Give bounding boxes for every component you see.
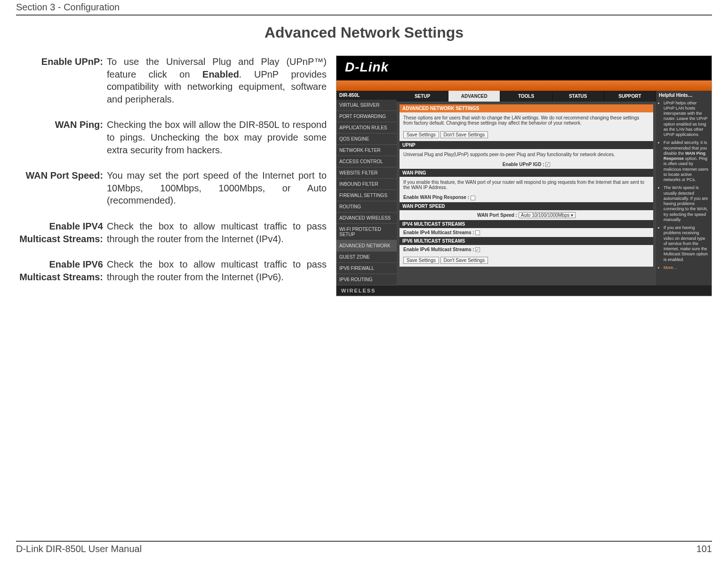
def-desc-ipv4: Check the box to allow multicast traffic… (107, 220, 327, 245)
def-desc-wanping: Checking the box will allow the DIR-850L… (107, 119, 327, 156)
dont-save-settings-button-top[interactable]: Don't Save Settings (440, 131, 488, 138)
ipv6m-bar: IPV6 MULTICAST STREAMS (400, 237, 653, 245)
fig-panel: ADVANCED NETWORK SETTINGS These options … (400, 104, 653, 267)
fig-tabs: SETUP ADVANCED TOOLS STATUS SUPPORT (397, 91, 656, 102)
sidebar-item-port-forwarding[interactable]: PORT FORWARDING (336, 111, 397, 122)
support-hints: UPnP helps other UPnP LAN hosts interope… (659, 101, 709, 271)
wanport-field-label: WAN Port Speed : (477, 213, 517, 218)
sidebar-item-inbound-filter[interactable]: INBOUND FILTER (336, 179, 397, 190)
def-label-wanportspeed: WAN Port Speed: (16, 169, 103, 207)
tab-support[interactable]: SUPPORT (604, 91, 656, 102)
support-more-link[interactable]: More… (664, 265, 709, 270)
ipv6m-field-row: Enable IPv6 Multicast Streams : ✓ (400, 245, 653, 254)
support-heading: Helpful Hints… (659, 93, 709, 99)
def-desc-ipv6: Check the box to allow multicast traffic… (107, 258, 327, 283)
brand-logo: D-Link (345, 60, 389, 75)
sidebar-item-ipv6-routing[interactable]: IPV6 ROUTING (336, 274, 397, 285)
upnp-field-row: Enable UPnP IGD : ✓ (400, 160, 653, 169)
sidebar-item-guest-zone[interactable]: GUEST ZONE (336, 252, 397, 263)
ipv4m-checkbox[interactable] (475, 230, 480, 235)
tab-status[interactable]: STATUS (552, 91, 604, 102)
panel-top-buttons: Save Settings Don't Save Settings (400, 128, 653, 141)
sidebar-item-virtual-server[interactable]: VIRTUAL SERVER (336, 100, 397, 111)
fig-header: D-Link (336, 56, 712, 80)
upnp-field-label: Enable UPnP IGD : (503, 162, 544, 167)
sidebar-item-access-control[interactable]: ACCESS CONTROL (336, 156, 397, 167)
ipv6m-field-label: Enable IPv6 Multicast Streams : (403, 247, 474, 252)
wanport-speed-value: Auto 10/100/1000Mbps (521, 213, 569, 218)
def-label-ipv4: Enable IPV4 Multicast Streams: (16, 220, 103, 245)
save-settings-button-top[interactable]: Save Settings (403, 131, 439, 138)
hint-upnp: UPnP helps other UPnP LAN hosts interope… (664, 101, 709, 138)
wanport-speed-select[interactable]: Auto 10/100/1000Mbps ▾ (519, 212, 576, 218)
def-label-ipv6: Enable IPV6 Multicast Streams: (16, 258, 103, 283)
fig-support: Helpful Hints… UPnP helps other UPnP LAN… (656, 91, 712, 285)
def-desc-upnp: To use the Universal Plug and Play (UPnP… (107, 55, 327, 105)
def-label-wanping: WAN Ping: (16, 119, 103, 156)
wireless-footer: WIRELESS (336, 285, 712, 296)
ipv6m-checkbox[interactable]: ✓ (475, 247, 480, 252)
panel-heading: ADVANCED NETWORK SETTINGS (400, 104, 653, 112)
wanport-field-row: WAN Port Speed : Auto 10/100/1000Mbps ▾ (400, 210, 653, 220)
sidebar-item-advanced-wireless[interactable]: ADVANCED WIRELESS (336, 213, 397, 224)
wanport-bar: WAN PORT SPEED (400, 202, 653, 210)
footer-manual: D-Link DIR-850L User Manual (16, 544, 142, 554)
sidebar-item-qos-engine[interactable]: QOS ENGINE (336, 134, 397, 145)
page-title: Advanced Network Settings (16, 24, 712, 41)
tab-advanced[interactable]: ADVANCED (448, 91, 500, 102)
ipv4m-field-label: Enable IPv4 Multicast Streams : (403, 230, 474, 235)
wanping-field-label: Enable WAN Ping Response : (403, 195, 469, 200)
dont-save-settings-button-bottom[interactable]: Don't Save Settings (440, 257, 488, 264)
sidebar-item-wps[interactable]: WI-FI PROTECTED SETUP (336, 224, 397, 240)
rule-bottom (16, 541, 712, 542)
ipv4m-field-row: Enable IPv4 Multicast Streams : (400, 228, 653, 237)
sidebar-item-advanced-network[interactable]: ADVANCED NETWORK (336, 240, 397, 252)
panel-bottom-buttons: Save Settings Don't Save Settings (400, 254, 653, 267)
sidebar-item-ipv6-firewall[interactable]: IPV6 FIREWALL (336, 263, 397, 274)
definitions: Enable UPnP: To use the Universal Plug a… (16, 55, 327, 283)
def-label-upnp: Enable UPnP: (16, 55, 103, 105)
wanping-checkbox[interactable] (471, 196, 475, 200)
sidebar-item-firewall-settings[interactable]: FIREWALL SETTINGS (336, 190, 397, 201)
hint-wanping: For added security, it is recommended th… (664, 140, 709, 182)
sidebar-item-routing[interactable]: ROUTING (336, 201, 397, 213)
save-settings-button-bottom[interactable]: Save Settings (403, 257, 439, 264)
fig-center: SETUP ADVANCED TOOLS STATUS SUPPORT ADVA… (397, 91, 656, 285)
wanping-bar: WAN PING (400, 169, 653, 177)
panel-intro: These options are for users that wish to… (400, 112, 653, 128)
def-desc-wanportspeed: You may set the port speed of the Intern… (107, 169, 327, 207)
upnp-bar: UPNP (400, 141, 653, 149)
sidebar-item-application-rules[interactable]: APPLICATION RULES (336, 122, 397, 134)
footer-page: 101 (696, 544, 712, 554)
section-header: Section 3 - Configuration (16, 0, 712, 13)
rule-top (16, 15, 712, 16)
upnp-text: Universal Plug and Play(UPnP) supports p… (400, 149, 653, 160)
sidebar-item-website-filter[interactable]: WEBSITE FILTER (336, 167, 397, 179)
hint-multicast: If you are having problems receiving vid… (664, 225, 709, 262)
ipv4m-bar: IPV4 MULTICAST STREAMS (400, 220, 653, 228)
fig-band (336, 80, 712, 91)
upnp-checkbox[interactable]: ✓ (545, 162, 550, 167)
router-ui-screenshot: D-Link DIR-850L VIRTUAL SERVER PORT FORW… (336, 55, 712, 296)
tab-setup[interactable]: SETUP (397, 91, 448, 102)
wanping-field-row: Enable WAN Ping Response : (400, 193, 653, 202)
def-desc-upnp-bold: Enabled (202, 69, 239, 79)
wanping-text: If you enable this feature, the WAN port… (400, 177, 653, 193)
fig-sidebar: DIR-850L VIRTUAL SERVER PORT FORWARDING … (336, 91, 397, 285)
model-label: DIR-850L (336, 91, 397, 100)
hint-wanspeed: The WAN speed is usually detected automa… (664, 185, 709, 222)
sidebar-item-network-filter[interactable]: NETWORK FILTER (336, 145, 397, 156)
tab-tools[interactable]: TOOLS (500, 91, 552, 102)
